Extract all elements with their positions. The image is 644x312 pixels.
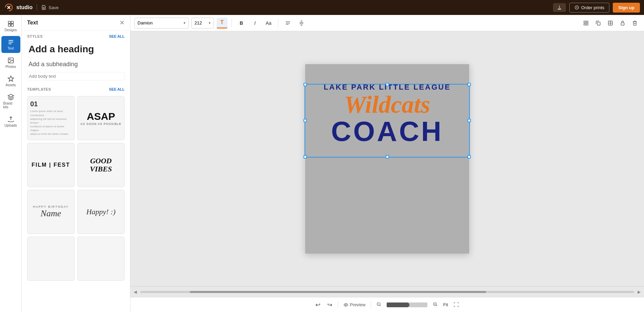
canvas-design[interactable]: LAKE PARK LITTLE LEAGUE Wildcats COACH	[305, 64, 469, 254]
see-all-templates-button[interactable]: SEE ALL	[109, 87, 125, 91]
text-color-button[interactable]: T	[217, 18, 227, 29]
svg-rect-16	[597, 22, 600, 25]
icon-sidebar: Designs Text Photos Assets	[0, 15, 22, 312]
coach-text[interactable]: COACH	[331, 117, 443, 145]
photos-label: Photos	[5, 65, 16, 69]
template-card-goodvibes[interactable]: GOODVIBES	[77, 143, 125, 187]
grid-button[interactable]	[581, 18, 591, 28]
template-card-film[interactable]: FILM | FEST	[27, 143, 75, 187]
uploads-label: Uploads	[4, 124, 17, 127]
spacing-button[interactable]	[296, 18, 307, 29]
template-card-happy[interactable]: Happy! :)	[77, 190, 125, 234]
svg-rect-20	[621, 23, 624, 25]
case-button[interactable]: Aa	[263, 18, 274, 29]
text-panel: Text ✕ STYLES SEE ALL Add a heading Add …	[22, 15, 130, 312]
signup-label: Sign up	[618, 5, 634, 10]
preview-button[interactable]: Preview	[342, 301, 367, 309]
svg-rect-14	[584, 23, 586, 25]
zoom-divider2	[371, 301, 371, 308]
save-button[interactable]: Save	[41, 5, 59, 10]
sidebar-item-assets[interactable]: Assets	[1, 73, 20, 90]
canvas-text-area: LAKE PARK LITTLE LEAGUE Wildcats COACH	[305, 64, 469, 145]
svg-marker-8	[8, 76, 14, 81]
see-all-styles-button[interactable]: SEE ALL	[109, 34, 125, 38]
signup-button[interactable]: Sign up	[613, 3, 640, 13]
zoom-divider	[338, 301, 338, 308]
templates-label: TEMPLATES	[27, 87, 51, 91]
font-size-selector[interactable]: 212	[191, 18, 214, 29]
sidebar-item-photos[interactable]: Photos	[1, 54, 20, 71]
svg-rect-2	[8, 21, 11, 24]
align-button[interactable]	[282, 18, 293, 29]
svg-rect-4	[8, 24, 11, 26]
canvas-scroll[interactable]: LAKE PARK LITTLE LEAGUE Wildcats COACH	[130, 31, 644, 286]
panel-header: Text ✕	[22, 15, 130, 31]
topbar-actions: Order prints Sign up	[553, 3, 640, 13]
brand-kits-label: Brand kits	[3, 102, 18, 109]
position-button[interactable]	[605, 18, 615, 28]
italic-button[interactable]: I	[250, 18, 260, 29]
redo-button[interactable]: ↪	[326, 300, 334, 310]
preview-label: Preview	[350, 302, 365, 307]
undo-button[interactable]: ↩	[314, 300, 322, 310]
styles-section-header: STYLES SEE ALL	[22, 31, 130, 40]
template-card-01[interactable]: 01 Lorem ipsum dolor sit amet consectetu…	[27, 96, 75, 140]
svg-rect-15	[586, 23, 588, 25]
app-logo[interactable]: studio	[4, 3, 33, 12]
svg-rect-5	[11, 24, 13, 26]
delete-button[interactable]	[630, 18, 640, 28]
expand-button[interactable]: ⛶	[452, 300, 460, 309]
template-card-birthday[interactable]: HAPPY BIRTHDAY Name	[27, 190, 75, 234]
panel-title: Text	[27, 20, 38, 26]
add-subheading-button[interactable]: Add a subheading	[27, 59, 125, 69]
horizontal-scrollbar[interactable]	[140, 291, 634, 293]
panel-close-button[interactable]: ✕	[119, 19, 125, 26]
handle-bot-left[interactable]	[303, 155, 307, 159]
sidebar-item-text[interactable]: Text	[1, 36, 20, 53]
bottom-scrollbar-bar: ◀ ▶	[130, 286, 644, 297]
scroll-right-arrow[interactable]: ▶	[638, 290, 641, 294]
font-selector[interactable]: Damion	[134, 18, 189, 29]
save-label: Save	[49, 5, 59, 10]
order-label: Order prints	[581, 5, 605, 10]
sidebar-item-brand-kits[interactable]: Brand kits	[1, 91, 20, 112]
duplicate-button[interactable]	[593, 18, 603, 28]
styles-label: STYLES	[27, 34, 43, 38]
svg-line-23	[380, 305, 381, 306]
topbar: studio Save Order prints Sign up	[0, 0, 644, 15]
download-button[interactable]	[553, 3, 566, 12]
template-card-7[interactable]	[27, 237, 75, 281]
font-size-wrapper: 212	[191, 18, 214, 29]
zoom-bar: ↩ ↪ Preview Fit	[130, 297, 644, 312]
handle-bot-right[interactable]	[467, 155, 471, 159]
right-toolbar	[581, 18, 640, 28]
zoom-out-button[interactable]	[375, 300, 383, 310]
handle-bot-mid[interactable]	[386, 155, 389, 159]
assets-label: Assets	[5, 83, 16, 87]
fit-button[interactable]: Fit	[443, 302, 448, 307]
sidebar-item-designs[interactable]: Designs	[1, 18, 20, 35]
lock-button[interactable]	[618, 18, 628, 28]
toolbar-divider-1	[232, 19, 232, 27]
add-body-button[interactable]: Add body text	[27, 72, 125, 80]
template-grid: 01 Lorem ipsum dolor sit amet consectetu…	[22, 93, 130, 283]
template-card-asap[interactable]: ASAP AS SOON AS POSSIBLE	[77, 96, 125, 140]
svg-point-21	[345, 304, 347, 306]
app-name: studio	[16, 4, 33, 11]
zoom-in-button[interactable]	[431, 300, 439, 310]
text-label: Text	[7, 47, 14, 50]
sidebar-item-uploads[interactable]: Uploads	[1, 113, 20, 130]
league-text[interactable]: LAKE PARK LITTLE LEAGUE	[324, 83, 450, 92]
add-heading-button[interactable]: Add a heading	[27, 42, 125, 56]
bold-button[interactable]: B	[236, 18, 247, 29]
wildcats-text[interactable]: Wildcats	[344, 92, 430, 117]
svg-rect-12	[584, 21, 586, 23]
order-prints-button[interactable]: Order prints	[569, 3, 610, 13]
svg-line-26	[436, 305, 437, 306]
scrollbar-thumb	[190, 291, 486, 293]
svg-rect-3	[11, 21, 13, 24]
scroll-left-arrow[interactable]: ◀	[134, 290, 137, 294]
template-card-8[interactable]	[77, 237, 125, 281]
format-toolbar: Damion 212 T B I Aa	[130, 15, 644, 31]
zoom-slider[interactable]	[387, 304, 427, 306]
